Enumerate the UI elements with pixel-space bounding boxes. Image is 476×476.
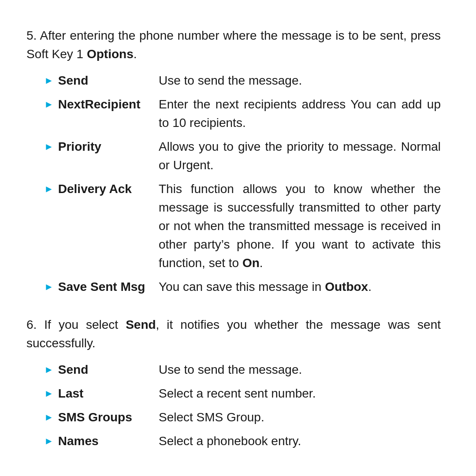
menu-item-delivery-ack-label: ► Delivery Ack <box>44 180 159 198</box>
menu-item-send-2-desc: Use to send the message. <box>159 361 441 379</box>
menu-item-send-1-label: ► Send <box>44 71 159 90</box>
section-5-menu-list: ► Send Use to send the message. ► NextRe… <box>44 71 441 296</box>
section-5-intro: 5. After entering the phone number where… <box>26 26 441 63</box>
menu-item-priority-label: ► Priority <box>44 138 159 156</box>
arrow-icon-send-2: ► <box>44 362 54 377</box>
menu-item-names: ► Names Select a phonebook entry. <box>44 432 441 450</box>
menu-item-send-1: ► Send Use to send the message. <box>44 71 441 90</box>
arrow-icon-delivery-ack: ► <box>44 182 54 196</box>
page-content: 5. After entering the phone number where… <box>0 0 476 476</box>
menu-item-sms-groups-label: ► SMS Groups <box>44 408 159 427</box>
menu-label-save-sent-msg: Save Sent Msg <box>58 278 145 296</box>
menu-item-priority-desc: Allows you to give the priority to messa… <box>159 138 441 175</box>
outbox-bold: Outbox <box>325 280 368 294</box>
arrow-icon-save-sent-msg: ► <box>44 279 54 294</box>
menu-item-delivery-ack: ► Delivery Ack This function allows you … <box>44 180 441 272</box>
menu-item-names-label: ► Names <box>44 432 159 450</box>
menu-label-sms-groups: SMS Groups <box>58 408 132 427</box>
menu-item-last-desc: Select a recent sent number. <box>159 384 441 403</box>
menu-label-last: Last <box>58 384 84 403</box>
delivery-ack-on-bold: On <box>242 256 260 270</box>
menu-item-send-2-label: ► Send <box>44 361 159 379</box>
section-5-intro-period: . <box>134 47 137 61</box>
arrow-icon-names: ► <box>44 434 54 448</box>
section-6-menu-list: ► Send Use to send the message. ► Last S… <box>44 361 441 450</box>
menu-item-nextrecipient-desc: Enter the next recipients address You ca… <box>159 95 441 132</box>
section-6-send-bold: Send <box>126 318 156 331</box>
menu-label-send-2: Send <box>58 361 88 379</box>
arrow-icon-last: ► <box>44 386 54 401</box>
menu-item-save-sent-msg: ► Save Sent Msg You can save this messag… <box>44 278 441 296</box>
menu-item-last: ► Last Select a recent sent number. <box>44 384 441 403</box>
arrow-icon-sms-groups: ► <box>44 410 54 424</box>
section-6: 6. If you select Send, it notifies you w… <box>26 316 441 456</box>
menu-item-nextrecipient-label: ► NextRecipient <box>44 95 159 114</box>
menu-label-priority: Priority <box>58 138 101 156</box>
menu-item-send-2: ► Send Use to send the message. <box>44 361 441 379</box>
menu-item-last-label: ► Last <box>44 384 159 403</box>
menu-item-names-desc: Select a phonebook entry. <box>159 432 441 450</box>
menu-label-delivery-ack: Delivery Ack <box>58 180 132 198</box>
arrow-icon-priority: ► <box>44 139 54 154</box>
menu-item-delivery-ack-desc: This function allows you to know whether… <box>159 180 441 272</box>
arrow-icon-send-1: ► <box>44 73 54 88</box>
section-5-options-bold: Options <box>87 47 134 61</box>
menu-label-names: Names <box>58 432 99 450</box>
menu-label-nextrecipient: NextRecipient <box>58 95 141 114</box>
section-6-intro-text-before: 6. If you select <box>26 318 126 331</box>
menu-item-sms-groups-desc: Select SMS Group. <box>159 408 441 427</box>
menu-item-sms-groups: ► SMS Groups Select SMS Group. <box>44 408 441 427</box>
menu-label-send-1: Send <box>58 71 88 90</box>
menu-item-save-sent-msg-desc: You can save this message in Outbox. <box>159 278 441 296</box>
arrow-icon-nextrecipient: ► <box>44 97 54 112</box>
menu-item-priority: ► Priority Allows you to give the priori… <box>44 138 441 175</box>
menu-item-save-sent-msg-label: ► Save Sent Msg <box>44 278 159 296</box>
section-6-intro: 6. If you select Send, it notifies you w… <box>26 316 441 353</box>
menu-item-send-1-desc: Use to send the message. <box>159 71 441 90</box>
menu-item-nextrecipient: ► NextRecipient Enter the next recipient… <box>44 95 441 132</box>
section-5: 5. After entering the phone number where… <box>26 26 441 301</box>
